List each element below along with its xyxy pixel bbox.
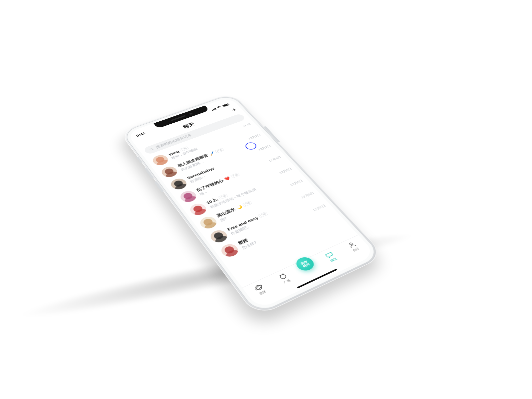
svg-point-2 (255, 284, 263, 291)
chat-time: 12月7日 (248, 133, 262, 140)
svg-line-5 (280, 275, 281, 276)
tab-label: 聊天 (330, 257, 338, 263)
chat-time: 12月6日 (268, 156, 282, 163)
svg-point-0 (149, 148, 153, 150)
signal-icon (211, 108, 216, 111)
chat-row[interactable]: Free and easy广场你是猪吧。12月5日 (202, 188, 326, 248)
search-icon (148, 147, 155, 152)
avatar (218, 242, 241, 259)
tab-planet[interactable]: 星球 (244, 279, 277, 300)
chat-time: 12月7日 (258, 144, 272, 152)
chat-time: 12月6日 (278, 167, 293, 175)
chat-row[interactable]: 娇娇怎么样?12月5日 (213, 200, 338, 263)
chat-name: Free and easy (226, 215, 259, 231)
chat-time: 13:46 (242, 123, 251, 128)
avatar (208, 228, 230, 244)
svg-line-6 (283, 274, 284, 275)
publish-fab[interactable]: 发布 瞬间 (293, 255, 317, 273)
wifi-icon (216, 106, 222, 109)
tab-self[interactable]: 自己 (338, 237, 368, 256)
avatar (188, 202, 209, 217)
avatar (178, 189, 199, 204)
source-tag: 广场 (218, 194, 228, 200)
svg-line-1 (153, 149, 154, 150)
source-tag: 广场 (258, 212, 268, 218)
avatar (198, 215, 219, 230)
tab-bar: 星球 广场 发布 瞬间 (242, 235, 376, 310)
tab-label: 广场 (283, 279, 292, 285)
svg-point-4 (279, 274, 287, 279)
chat-name: 高山流水 (215, 207, 236, 218)
chat-time: 12月6日 (289, 179, 304, 187)
tab-publish[interactable]: 发布 瞬间 (289, 253, 321, 275)
source-tag: 广场 (242, 201, 252, 207)
add-button[interactable]: + (230, 107, 238, 112)
tab-square[interactable]: 广场 (268, 268, 300, 289)
avatar (169, 177, 189, 191)
page-title: 聊天 (182, 121, 196, 130)
chat-preview: 你是猪吧。 (229, 202, 304, 236)
home-indicator (297, 269, 337, 289)
chat-name: 10上, (205, 197, 219, 205)
tab-label: 自己 (352, 247, 360, 252)
person-icon (345, 240, 358, 249)
name-emoji-icon: 🌙 (235, 204, 243, 210)
planet-icon (252, 282, 265, 293)
chat-time: 12月5日 (300, 191, 315, 199)
chat-name: 娇娇 (237, 237, 249, 246)
chat-preview: 怎么样? (241, 215, 316, 250)
fab-label: 发布 瞬间 (300, 260, 310, 268)
svg-point-3 (255, 284, 262, 291)
tab-label: 星球 (258, 290, 267, 296)
square-icon (276, 271, 290, 281)
chat-time: 12月5日 (312, 204, 327, 212)
tab-chat[interactable]: 聊天 (316, 247, 346, 267)
chat-preview: 困? (219, 190, 293, 222)
chat-icon (323, 250, 336, 260)
svg-point-7 (349, 242, 353, 245)
